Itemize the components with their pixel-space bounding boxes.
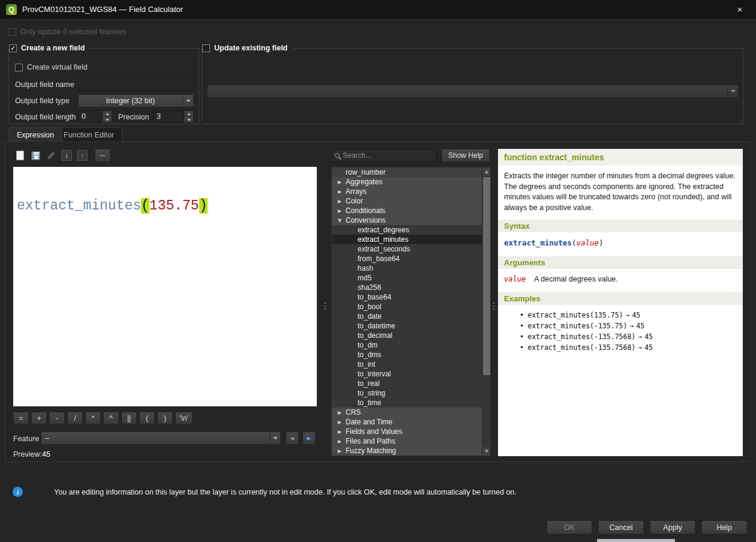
show-help-button[interactable]: Show Help	[442, 149, 490, 162]
only-update-selected-row: Only update 0 selected features	[8, 28, 127, 36]
function-tree-group[interactable]: ▶Conditionals	[332, 206, 482, 215]
function-tree-label: extract_seconds	[358, 245, 410, 253]
create-virtual-field-checkbox[interactable]	[15, 64, 23, 71]
function-tree-item[interactable]: to_real	[332, 379, 482, 388]
output-field-name-input[interactable]	[78, 78, 194, 91]
tab-function-editor[interactable]: Function Editor	[55, 127, 122, 142]
splitter-handle[interactable]	[492, 295, 496, 317]
tree-scrollbar[interactable]: ▲ ▼	[482, 167, 490, 456]
function-tree-item[interactable]: to_dm	[332, 340, 482, 350]
output-field-name-label: Output field name	[15, 80, 74, 89]
operator-open-paren-button[interactable]: (	[139, 412, 155, 424]
function-tree-label: to_string	[358, 389, 385, 397]
function-tree-item[interactable]: to_time	[332, 398, 482, 408]
function-tree-group[interactable]: ▶Arrays	[332, 187, 482, 196]
spin-up-button[interactable]	[184, 111, 193, 116]
taskbar-sliver	[597, 539, 675, 542]
create-virtual-field-row[interactable]: Create virtual field	[15, 63, 88, 71]
function-tree-item[interactable]: extract_seconds	[332, 244, 482, 254]
function-tree-item[interactable]: sha256	[332, 283, 482, 292]
operator-concat-button[interactable]: ||	[121, 412, 137, 424]
save-expression-button[interactable]	[29, 149, 42, 162]
function-tree-item[interactable]: extract_degrees	[332, 225, 482, 235]
close-button[interactable]: ×	[730, 0, 750, 19]
function-tree-label: Aggregates	[346, 178, 382, 186]
function-tree-item-selected[interactable]: extract_minutes	[332, 235, 482, 244]
function-tree-group[interactable]: ▶CRS	[332, 408, 482, 417]
function-tree-item[interactable]: to_datetime	[332, 321, 482, 331]
function-tree-item[interactable]: to_decimal	[332, 331, 482, 340]
arrow-right-icon: →	[638, 343, 642, 352]
function-tree-item[interactable]: hash	[332, 263, 482, 273]
syntax-line: extract_minutes(value)	[498, 232, 743, 253]
chevron-right-icon: ▶	[337, 448, 343, 454]
create-new-field-checkbox[interactable]: ✓	[9, 44, 17, 52]
operator-multiply-button[interactable]: *	[85, 412, 101, 424]
function-tree-item[interactable]: to_int	[332, 360, 482, 369]
arguments-header: Arguments	[498, 256, 743, 269]
edit-expression-button	[44, 149, 58, 162]
bullet-icon: •	[520, 322, 524, 330]
operator-newline-button[interactable]: '\n'	[175, 412, 193, 424]
export-expressions-button[interactable]: ↑	[76, 149, 89, 162]
function-tree-item[interactable]: to_date	[332, 312, 482, 321]
function-tree-group[interactable]: ▶Fields and Values	[332, 427, 482, 436]
scroll-down-button[interactable]: ▼	[482, 447, 491, 456]
bullet-icon: •	[520, 333, 524, 341]
operator-close-paren-button[interactable]: )	[157, 412, 173, 424]
operator-equals-button[interactable]: =	[13, 412, 29, 424]
function-tree-label: to_date	[358, 312, 382, 321]
operator-minus-button[interactable]: -	[49, 412, 65, 424]
function-tree-item[interactable]: from_base64	[332, 254, 482, 263]
ok-button[interactable]: OK	[547, 520, 592, 534]
feature-selector[interactable]: –	[41, 432, 281, 445]
function-tree-item[interactable]: to_interval	[332, 369, 482, 379]
titlebar[interactable]: Q ProvCM01012021_WGS84 — Field Calculato…	[0, 0, 756, 19]
help-title: function extract_minutes	[498, 149, 743, 166]
comment-button[interactable]: --	[95, 149, 110, 162]
spin-up-button[interactable]	[103, 111, 112, 116]
new-expression-button[interactable]	[13, 149, 26, 162]
spin-down-button[interactable]	[184, 116, 193, 122]
import-expressions-button[interactable]: ↓	[60, 149, 73, 162]
function-tree-item[interactable]: to_dms	[332, 350, 482, 360]
splitter-handle[interactable]	[323, 295, 327, 317]
tab-expression[interactable]: Expression	[8, 127, 62, 142]
next-feature-button[interactable]: ▶	[302, 432, 316, 445]
syntax-argument: value	[576, 238, 599, 247]
function-tree-group[interactable]: ▶Color	[332, 196, 482, 206]
spin-down-button[interactable]	[103, 116, 112, 122]
operator-divide-button[interactable]: /	[67, 412, 83, 424]
operator-power-button[interactable]: ^	[103, 412, 119, 424]
function-tree-label: to_base64	[358, 293, 391, 301]
apply-button[interactable]: Apply	[650, 520, 695, 534]
function-tree-group[interactable]: ▶Files and Paths	[332, 436, 482, 446]
function-tree-group[interactable]: ▶Fuzzy Matching	[332, 446, 482, 456]
function-tree-label: from_base64	[358, 254, 400, 263]
help-button[interactable]: Help	[701, 520, 747, 534]
function-tree-item[interactable]: to_string	[332, 388, 482, 398]
expression-editor[interactable]: extract_minutes(135.75)	[13, 167, 317, 406]
function-tree-label: to_dms	[358, 351, 381, 359]
function-tree-group[interactable]: ▶Aggregates	[332, 177, 482, 187]
syntax-function: extract_minutes	[504, 238, 572, 247]
function-tree-group[interactable]: ▼Conversions	[332, 215, 482, 225]
output-field-type-select[interactable]: Integer (32 bit)	[78, 94, 194, 107]
function-tree-group[interactable]: ▶Date and Time	[332, 417, 482, 427]
function-tree-item[interactable]: md5	[332, 273, 482, 283]
cancel-button[interactable]: Cancel	[598, 520, 644, 534]
update-existing-field-checkbox[interactable]	[202, 44, 210, 52]
scrollbar-thumb[interactable]	[483, 177, 490, 375]
example-code: extract_minutes(-135.75)	[527, 322, 627, 330]
function-search-input[interactable]	[343, 151, 433, 160]
chevron-right-icon: ▶	[337, 410, 343, 415]
function-tree-item[interactable]: to_bool	[332, 302, 482, 312]
precision-spinner[interactable]: 3	[153, 110, 194, 123]
function-search-box[interactable]	[331, 149, 437, 162]
operator-plus-button[interactable]: +	[31, 412, 47, 424]
scroll-up-button[interactable]: ▲	[482, 167, 491, 176]
output-field-length-spinner[interactable]: 0	[78, 110, 112, 123]
window-title: ProvCM01012021_WGS84 — Field Calculator	[22, 5, 183, 14]
function-tree-item[interactable]: row_number	[332, 167, 482, 177]
function-tree-item[interactable]: to_base64	[332, 292, 482, 302]
